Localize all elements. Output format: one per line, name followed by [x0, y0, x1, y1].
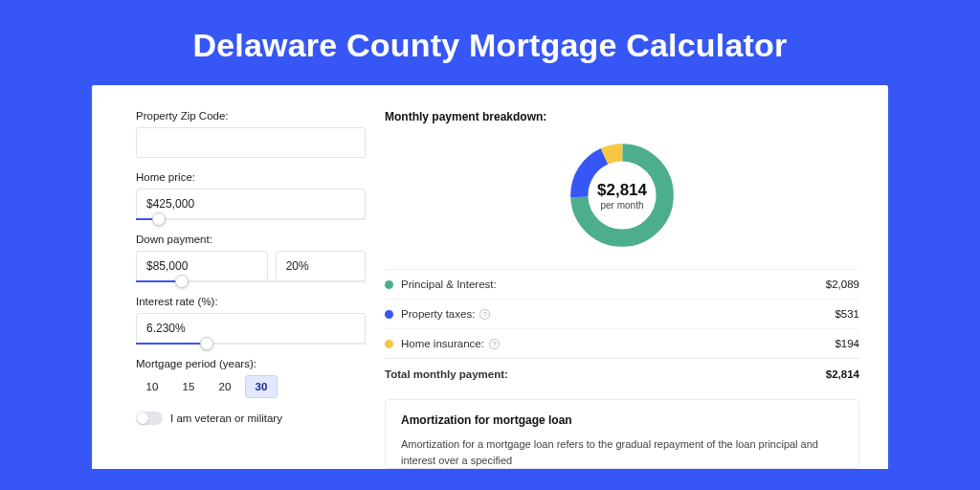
period-btn-15[interactable]: 15: [172, 375, 205, 398]
info-icon[interactable]: ?: [479, 309, 490, 320]
period-btn-30[interactable]: 30: [245, 375, 278, 398]
zip-input[interactable]: [136, 127, 366, 158]
dot-yellow-icon: [385, 340, 393, 348]
page-title: Delaware County Mortgage Calculator: [0, 0, 980, 85]
insurance-label: Home insurance:: [401, 338, 484, 349]
period-btn-10[interactable]: 10: [136, 375, 168, 398]
principal-label: Principal & Interest:: [401, 278, 497, 290]
taxes-value: $531: [835, 308, 859, 320]
breakdown-title: Monthly payment breakdown:: [385, 110, 859, 123]
down-slider-thumb[interactable]: [175, 275, 189, 288]
total-value: $2,814: [826, 368, 859, 380]
info-icon[interactable]: ?: [489, 339, 500, 349]
calculator-card: Property Zip Code: Home price: Down paym…: [92, 85, 888, 469]
down-amount-input[interactable]: [136, 251, 268, 281]
down-slider[interactable]: [136, 280, 366, 282]
rate-slider-fill: [136, 343, 207, 345]
rate-slider[interactable]: [136, 343, 366, 345]
veteran-toggle[interactable]: [136, 412, 163, 425]
inputs-column: Property Zip Code: Home price: Down paym…: [136, 110, 366, 469]
down-label: Down payment:: [136, 234, 366, 245]
price-label: Home price:: [136, 171, 366, 183]
rate-slider-thumb[interactable]: [200, 337, 213, 350]
row-principal: Principal & Interest: $2,089: [385, 269, 859, 299]
row-taxes: Property taxes: ? $531: [385, 299, 859, 328]
zip-field: Property Zip Code:: [136, 110, 366, 158]
price-field: Home price:: [136, 171, 366, 220]
dot-green-icon: [385, 280, 393, 289]
rate-input[interactable]: [136, 313, 366, 344]
dot-blue-icon: [385, 310, 393, 319]
period-field: Mortgage period (years): 10 15 20 30: [136, 358, 366, 398]
taxes-label: Property taxes:: [401, 308, 475, 320]
rate-field: Interest rate (%):: [136, 296, 366, 345]
down-pct-input[interactable]: [276, 251, 366, 281]
donut-chart: $2,814 per month: [566, 139, 679, 252]
period-label: Mortgage period (years):: [136, 358, 366, 369]
price-slider[interactable]: [136, 218, 366, 220]
amortization-card: Amortization for mortgage loan Amortizat…: [385, 399, 859, 469]
price-slider-thumb[interactable]: [152, 212, 166, 226]
period-options: 10 15 20 30: [136, 375, 366, 398]
total-label: Total monthly payment:: [385, 368, 508, 380]
card-shadow: Property Zip Code: Home price: Down paym…: [92, 85, 888, 469]
rate-label: Interest rate (%):: [136, 296, 366, 307]
donut-wrap: $2,814 per month: [385, 133, 859, 269]
amort-text: Amortization for a mortgage loan refers …: [401, 436, 843, 468]
donut-amount: $2,814: [597, 181, 647, 200]
principal-value: $2,089: [826, 278, 859, 290]
donut-center: $2,814 per month: [566, 139, 679, 252]
veteran-row: I am veteran or military: [136, 412, 366, 425]
down-field: Down payment:: [136, 234, 366, 282]
row-total: Total monthly payment: $2,814: [385, 358, 859, 393]
amort-title: Amortization for mortgage loan: [401, 413, 843, 427]
veteran-label: I am veteran or military: [170, 412, 282, 424]
period-btn-20[interactable]: 20: [209, 375, 241, 398]
donut-sub: per month: [600, 200, 643, 211]
price-input[interactable]: [136, 189, 366, 219]
zip-label: Property Zip Code:: [136, 110, 366, 122]
row-insurance: Home insurance: ? $194: [385, 328, 859, 358]
insurance-value: $194: [835, 338, 859, 349]
results-column: Monthly payment breakdown: $2,814 per mo…: [385, 110, 859, 469]
